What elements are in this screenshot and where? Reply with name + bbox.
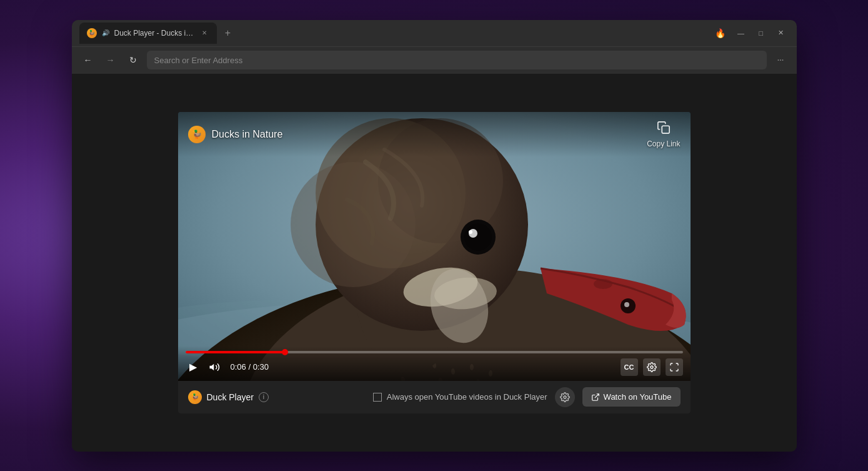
always-open-area: Always open YouTube videos in Duck Playe… — [373, 392, 547, 402]
watch-youtube-label: Watch on YouTube — [604, 392, 672, 402]
volume-button[interactable] — [207, 360, 222, 375]
watch-youtube-button[interactable]: Watch on YouTube — [582, 387, 681, 407]
controls-right: CC — [621, 358, 683, 376]
tab-close-button[interactable]: ✕ — [199, 28, 209, 38]
title-bar: 🦆 🔊 Duck Player - Ducks in Nature... ✕ +… — [72, 20, 797, 46]
browser-menu-button[interactable]: ··· — [772, 51, 789, 69]
maximize-button[interactable]: □ — [753, 25, 769, 41]
window-close-button[interactable]: ✕ — [773, 25, 789, 41]
svg-point-31 — [624, 302, 629, 307]
browser-window: 🦆 🔊 Duck Player - Ducks in Nature... ✕ +… — [72, 20, 797, 452]
video-controls-bar: ▶ 0:06 / 0:30 CC — [178, 346, 691, 381]
ddg-logo-footer: 🦆 — [188, 390, 202, 404]
video-overlay-top: 🦆 Ducks in Nature Copy Link — [178, 112, 691, 157]
svg-point-21 — [291, 162, 416, 287]
duck-player-container: 🦆 Ducks in Nature Copy Link — [178, 112, 691, 413]
duck-player-text: Duck Player — [207, 392, 254, 402]
address-bar[interactable]: Search or Enter Address — [147, 51, 767, 69]
back-button[interactable]: ← — [79, 51, 97, 69]
video-area[interactable]: 🦆 Ducks in Nature Copy Link — [178, 112, 691, 381]
fire-icon[interactable]: 🔥 — [712, 24, 729, 42]
content-area: 🦆 Ducks in Nature Copy Link — [72, 74, 797, 452]
svg-line-36 — [594, 393, 598, 397]
controls-row: ▶ 0:06 / 0:30 CC — [186, 358, 683, 376]
duck-player-label: 🦆 Duck Player i — [188, 390, 269, 404]
svg-marker-33 — [209, 363, 214, 370]
svg-rect-32 — [662, 126, 669, 133]
title-bar-controls: 🔥 — □ ✕ — [712, 24, 789, 42]
navigation-bar: ← → ↻ Search or Enter Address ··· — [72, 46, 797, 74]
svg-point-34 — [651, 366, 653, 368]
forward-button[interactable]: → — [102, 51, 119, 69]
svg-point-25 — [464, 223, 492, 251]
copy-link-icon — [657, 121, 671, 138]
reload-button[interactable]: ↻ — [124, 51, 142, 69]
always-open-label: Always open YouTube videos in Duck Playe… — [387, 392, 547, 402]
active-tab[interactable]: 🦆 🔊 Duck Player - Ducks in Nature... ✕ — [79, 23, 217, 44]
copy-link-label: Copy Link — [647, 139, 680, 148]
svg-point-28 — [594, 279, 612, 289]
video-title: Ducks in Nature — [212, 129, 283, 140]
progress-bar[interactable] — [186, 351, 683, 353]
cc-button[interactable]: CC — [621, 358, 638, 376]
time-display: 0:06 / 0:30 — [231, 362, 269, 372]
info-button[interactable]: i — [259, 392, 269, 402]
svg-point-27 — [469, 230, 472, 234]
video-title-area: 🦆 Ducks in Nature — [188, 126, 283, 143]
footer-settings-button[interactable] — [555, 387, 575, 407]
bottom-bar: 🦆 Duck Player i Always open YouTube vide… — [178, 381, 691, 413]
ddg-logo-header: 🦆 — [188, 126, 206, 143]
minimize-button[interactable]: — — [733, 25, 749, 41]
tab-title: Duck Player - Ducks in Nature... — [114, 29, 194, 38]
copy-link-button[interactable]: Copy Link — [647, 121, 680, 148]
new-tab-button[interactable]: + — [219, 24, 237, 42]
tab-audio-icon: 🔊 — [102, 29, 109, 36]
play-button[interactable]: ▶ — [186, 360, 201, 375]
watch-youtube-icon — [591, 393, 600, 402]
svg-point-35 — [564, 396, 566, 398]
tab-area: 🦆 🔊 Duck Player - Ducks in Nature... ✕ + — [79, 23, 707, 44]
fullscreen-button[interactable] — [666, 358, 683, 376]
always-open-checkbox[interactable] — [373, 393, 382, 402]
tab-favicon: 🦆 — [87, 28, 97, 38]
address-placeholder: Search or Enter Address — [154, 56, 243, 65]
settings-button[interactable] — [643, 358, 661, 376]
progress-fill — [186, 351, 285, 353]
